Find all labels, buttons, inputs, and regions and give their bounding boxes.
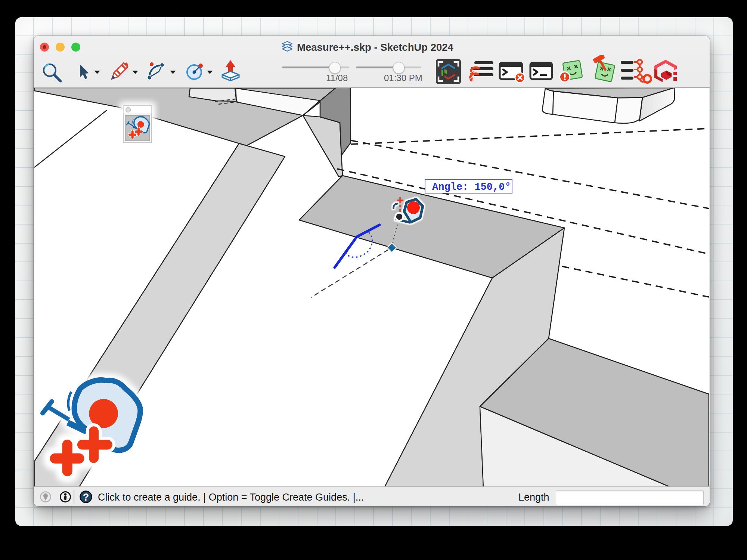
svg-text:?: ? [83, 492, 89, 503]
svg-text:Angle: 150,0°: Angle: 150,0° [432, 182, 511, 193]
